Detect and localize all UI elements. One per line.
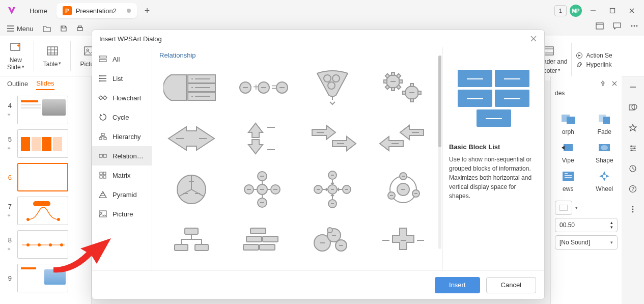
svg-point-19	[57, 218, 60, 221]
diagram-pie[interactable]	[156, 164, 227, 215]
new-tab-button[interactable]: +	[139, 3, 155, 19]
window-layout-icon[interactable]	[594, 20, 605, 32]
diagram-equation[interactable]: +=	[227, 62, 298, 113]
diagram-arrow-pair-left[interactable]	[368, 113, 439, 164]
close-window-button[interactable]	[624, 4, 640, 18]
maximize-button[interactable]	[604, 4, 621, 18]
svg-rect-137	[246, 236, 262, 242]
category-pyramid[interactable]: Pyramid	[92, 185, 152, 204]
category-cycle[interactable]: Cycle	[92, 107, 152, 127]
panel-close-icon[interactable]	[611, 80, 618, 88]
menu-button[interactable]: Menu	[5, 25, 36, 32]
svg-point-31	[601, 145, 608, 150]
transition-wheel[interactable]: Wheel	[592, 169, 618, 192]
collapse-panel-icon[interactable]	[626, 80, 639, 94]
diagram-orbit[interactable]	[368, 164, 439, 215]
slide-thumb-9[interactable]: 9	[5, 264, 86, 292]
open-icon[interactable]	[41, 23, 53, 34]
gallery-scrollbar[interactable]	[438, 56, 441, 249]
svg-point-37	[633, 147, 635, 149]
diagram-bubbles[interactable]	[297, 215, 368, 266]
cancel-button[interactable]: Cancel	[486, 277, 536, 293]
transition-wipe[interactable]: Vipe	[555, 141, 581, 164]
hierarchy-icon	[98, 132, 107, 141]
diagram-stagger-blocks[interactable]	[227, 215, 298, 266]
diagram-vertical-arrows[interactable]	[227, 113, 298, 164]
title-bar: Home P Presentation2 + 1 MP	[0, 0, 644, 21]
diagram-radial-plus[interactable]	[227, 164, 298, 215]
app-icon	[6, 5, 17, 16]
diagram-opposing-arrows[interactable]	[156, 113, 227, 164]
slide-thumb-5[interactable]: 5✦	[5, 129, 86, 158]
more-vert-icon[interactable]	[626, 203, 639, 216]
hyperlink-button[interactable]: Hyperlink	[576, 61, 611, 68]
category-all[interactable]: All	[92, 49, 152, 69]
slide-thumb-8[interactable]: 8✦	[5, 230, 86, 259]
category-hierarchy[interactable]: Hierarchy	[92, 127, 152, 146]
minimize-button[interactable]	[585, 4, 601, 18]
svg-rect-56	[100, 172, 102, 175]
svg-rect-88	[410, 99, 413, 102]
window-count-badge[interactable]: 1	[554, 5, 567, 16]
diagram-org-simple[interactable]	[156, 215, 227, 266]
svg-rect-53	[99, 154, 102, 157]
category-flowchart[interactable]: Flowchart	[92, 88, 152, 107]
diagram-plus-grid[interactable]	[368, 215, 439, 266]
tab-outline[interactable]: Outline	[7, 80, 28, 90]
new-slide-label-2: Slide	[7, 64, 21, 71]
svg-rect-46	[99, 60, 106, 62]
transition-shape[interactable]: Shape	[592, 141, 618, 164]
slide-thumb-4[interactable]: 4✦	[5, 96, 86, 124]
history-icon[interactable]	[626, 162, 639, 175]
favorite-icon[interactable]	[626, 121, 639, 134]
action-settings-button[interactable]: Action Se	[576, 52, 612, 59]
more-icon[interactable]	[629, 20, 640, 32]
tab-slides[interactable]: Slides	[36, 79, 54, 90]
category-matrix[interactable]: Matrix	[92, 165, 152, 185]
shapes-icon[interactable]	[626, 101, 639, 114]
tab-document[interactable]: P Presentation2	[57, 3, 137, 18]
svg-rect-29	[564, 144, 573, 151]
slide-thumb-6[interactable]: 6	[5, 163, 86, 191]
user-avatar[interactable]: MP	[570, 5, 582, 17]
svg-point-48	[99, 78, 101, 79]
svg-rect-57	[103, 172, 106, 175]
sound-select[interactable]: [No Sound]▾	[555, 235, 618, 250]
diagram-gears[interactable]	[368, 62, 439, 113]
svg-rect-54	[103, 154, 106, 157]
diagram-nested-list[interactable]	[156, 62, 227, 113]
chevron-down-icon[interactable]: ▾	[575, 205, 581, 210]
new-slide-button[interactable]: + New Slide▾	[4, 38, 27, 74]
ribbon-right-groups: ader and ooter▾ Action Se Hyperlink	[540, 40, 622, 80]
duration-input[interactable]: 00.50▴▾	[555, 218, 618, 232]
diagram-radial-arrows[interactable]	[297, 164, 368, 215]
transition-fade[interactable]: Fade	[592, 112, 618, 135]
category-picture[interactable]: Picture	[92, 204, 152, 224]
insert-button[interactable]: Insert	[435, 277, 480, 293]
category-relationship[interactable]: Relations...	[92, 146, 152, 165]
dialog-close-button[interactable]	[530, 35, 537, 42]
print-icon[interactable]	[74, 23, 86, 34]
transition-news[interactable]: ews	[555, 169, 581, 192]
pyramid-icon	[98, 190, 107, 199]
settings-icon[interactable]	[626, 142, 639, 155]
diagram-arrow-pair-right[interactable]	[297, 113, 368, 164]
help-icon[interactable]: ?	[626, 182, 639, 196]
slide-thumb-7[interactable]: 7✦	[5, 197, 86, 225]
comment-icon[interactable]	[611, 20, 623, 32]
category-list[interactable]: List	[92, 69, 152, 88]
category-list: All List Flowchart Cycle Hierarchy Relat…	[92, 47, 152, 270]
color-picker[interactable]	[555, 201, 572, 215]
relationship-icon	[98, 151, 107, 160]
svg-rect-139	[243, 244, 259, 250]
transition-morph[interactable]: orph	[555, 112, 581, 135]
picture-cat-icon	[98, 209, 107, 218]
diagram-funnel[interactable]	[297, 62, 368, 113]
preview-title: Basic Block List	[449, 143, 538, 151]
table-button[interactable]: Table▾	[40, 38, 65, 74]
save-icon[interactable]	[58, 23, 69, 34]
pin-icon[interactable]	[599, 80, 606, 88]
svg-rect-59	[103, 176, 106, 178]
svg-point-18	[26, 218, 30, 221]
tab-home[interactable]: Home	[22, 3, 54, 18]
